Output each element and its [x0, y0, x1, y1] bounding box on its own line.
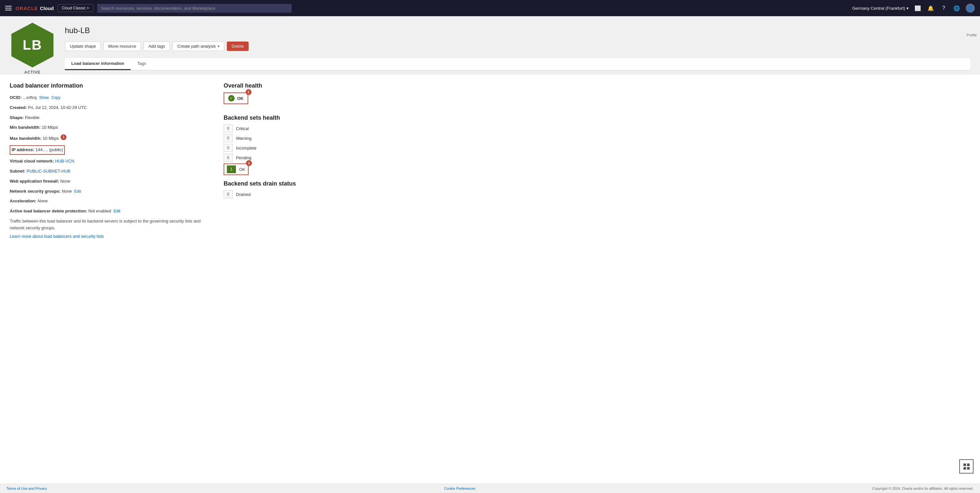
profile-label: Profile [967, 33, 977, 37]
ip-address-value: 144.… [35, 147, 48, 152]
help-widget[interactable] [959, 459, 974, 474]
create-path-analysis-button[interactable]: Create path analysis ▾ [172, 41, 224, 51]
search-input[interactable] [97, 4, 292, 13]
ip-address-label: IP address: [12, 147, 34, 152]
terminal-icon[interactable]: ⬜ [914, 4, 922, 12]
ip-address-highlight: IP address: 144.… (public) [10, 145, 65, 155]
ocid-label: OCID: [10, 95, 22, 100]
subnet-link[interactable]: PUBLIC-SUBNET-HUB [27, 169, 70, 174]
ok-label: OK [239, 167, 245, 172]
move-resource-button[interactable]: Move resource [103, 41, 141, 51]
hex-shape: LB [11, 23, 54, 67]
help-dot-3 [964, 467, 966, 470]
vcn-label: Virtual cloud network: [10, 159, 54, 163]
ocid-value: ...orflcq [23, 95, 37, 100]
min-bandwidth-value: 10 Mbps [42, 125, 58, 130]
tab-load-balancer-info[interactable]: Load balancer information [65, 58, 130, 70]
subnet-row: Subnet: PUBLIC-SUBNET-HUB [10, 168, 204, 175]
backend-sets-health-title: Backend sets health [224, 115, 321, 121]
hamburger-menu[interactable] [5, 6, 12, 10]
page-header: LB ACTIVE hub-LB Update shape Move resou… [0, 16, 980, 75]
checkmark-icon: ✓ [228, 95, 235, 102]
waf-value: None [60, 179, 70, 183]
main-content: Load balancer information OCID: ...orflc… [0, 75, 980, 483]
chevron-down-icon: ▾ [218, 45, 220, 48]
nav-right: Germany Central (Frankfurt) ▾ ⬜ 🔔 ? 🌐 👤 [852, 3, 975, 13]
drain-status-title: Backend sets drain status [224, 180, 321, 187]
traffic-description: Traffic between this load balancer and i… [10, 218, 204, 231]
footer-terms[interactable]: Terms of Use and Privacy [6, 487, 47, 490]
tab-tags[interactable]: Tags [130, 58, 152, 70]
info-section: Load balancer information OCID: ...orflc… [10, 82, 204, 239]
cloud-text: Cloud [40, 5, 54, 11]
max-bandwidth-label: Max bandwidth: [10, 136, 41, 141]
ocid-copy-link[interactable]: Copy [51, 95, 60, 100]
critical-label: Critical [236, 126, 249, 131]
search-bar-container [97, 4, 292, 13]
created-value-text: Fri, Jul 12, 2024, 10:42:29 UTC [28, 105, 86, 110]
info-section-title: Load balancer information [10, 82, 204, 89]
ip-address-row: IP address: 144.… (public) [10, 145, 204, 155]
annotation-badge-2: 2 [246, 89, 251, 95]
action-buttons: Update shape Move resource Add tags Crea… [65, 41, 970, 51]
created-row: Created: Fri, Jul 12, 2024, 10:42:29 UTC [10, 104, 204, 111]
ocid-show-link[interactable]: Show [39, 95, 49, 100]
acceleration-value: None [38, 198, 48, 203]
top-nav: ORACLE Cloud Cloud Classic > Germany Cen… [0, 0, 980, 16]
health-row-drained: 0 Drained [224, 190, 321, 198]
health-row-ok: 1 OK 3 [224, 163, 321, 175]
delete-button[interactable]: Delete [227, 41, 249, 51]
health-section: Overall health ✓ OK 2 Backend sets healt… [224, 82, 321, 239]
delete-protection-edit-link[interactable]: Edit [114, 209, 121, 214]
region-label: Germany Central (Frankfurt) [852, 6, 905, 11]
waf-label: Web application firewall: [10, 179, 59, 183]
nsg-row: Network security groups: None Edit [10, 188, 204, 195]
hex-initials: LB [23, 37, 42, 53]
tab-container: Load balancer information Tags [65, 57, 970, 70]
learn-more-link[interactable]: Learn more about load balancers and secu… [10, 234, 204, 239]
status-badge: ACTIVE [24, 70, 40, 75]
update-shape-button[interactable]: Update shape [65, 41, 101, 51]
resource-icon: LB ACTIVE [10, 23, 55, 75]
region-selector[interactable]: Germany Central (Frankfurt) ▾ [852, 6, 909, 11]
ip-address-suffix: (public) [49, 147, 63, 152]
header-content: hub-LB Update shape Move resource Add ta… [65, 23, 970, 70]
footer: Terms of Use and Privacy Cookie Preferen… [0, 483, 980, 493]
pending-count: 0 [224, 154, 233, 161]
page-title: hub-LB [65, 26, 970, 35]
health-row-incomplete: 0 Incomplete [224, 144, 321, 152]
oracle-text: ORACLE [16, 5, 38, 11]
acceleration-row: Acceleration: None [10, 198, 204, 205]
help-dot-1 [964, 463, 966, 466]
incomplete-label: Incomplete [236, 146, 257, 150]
incomplete-count: 0 [224, 144, 233, 152]
min-bandwidth-label: Min bandwidth: [10, 125, 40, 130]
shape-row: Shape: Flexible [10, 115, 204, 121]
create-path-analysis-label: Create path analysis [177, 44, 216, 49]
footer-copyright: Copyright © 2024, Oracle and/or its affi… [872, 487, 974, 490]
health-row-critical: 0 Critical [224, 124, 321, 132]
vcn-row: Virtual cloud network: HUB-VCN [10, 158, 204, 165]
delete-protection-value: Not enabled [89, 209, 111, 214]
help-grid-icon [964, 463, 970, 470]
warning-count: 0 [224, 134, 233, 142]
health-rows: 0 Critical 0 Warning 0 Incomplete 0 Pend… [224, 124, 321, 175]
footer-cookie[interactable]: Cookie Preferences [444, 487, 476, 490]
pending-label: Pending [236, 155, 251, 160]
ok-count: 1 [227, 166, 236, 173]
help-icon[interactable]: ? [940, 4, 948, 12]
vcn-link[interactable]: HUB-VCN [55, 159, 74, 163]
bell-icon[interactable]: 🔔 [927, 4, 935, 12]
content-panel: Load balancer information OCID: ...orflc… [0, 75, 980, 247]
delete-protection-row: Active load balancer delete protection: … [10, 208, 204, 215]
cloud-classic-button[interactable]: Cloud Classic > [58, 4, 93, 12]
avatar[interactable]: 👤 [966, 3, 975, 13]
shape-label: Shape: [10, 115, 24, 120]
critical-count: 0 [224, 124, 233, 132]
add-tags-button[interactable]: Add tags [143, 41, 170, 51]
nsg-edit-link[interactable]: Edit [74, 189, 81, 194]
drained-label: Drained [236, 192, 251, 197]
globe-icon[interactable]: 🌐 [953, 4, 961, 12]
max-bandwidth-row: Max bandwidth: 10 Mbps 1 [10, 134, 204, 142]
shape-value: Flexible [25, 115, 40, 120]
